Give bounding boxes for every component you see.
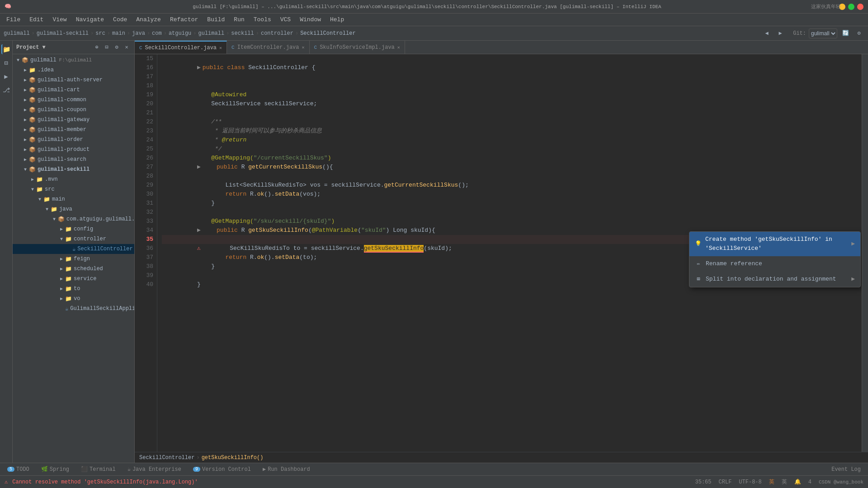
- menu-refactor[interactable]: Refactor: [165, 14, 203, 25]
- cursor-position[interactable]: 35:65: [695, 479, 712, 485]
- nav-gulimall2[interactable]: gulimall: [198, 30, 225, 37]
- menu-navigate[interactable]: Navigate: [71, 14, 108, 25]
- todo-tab[interactable]: 5 TODO: [4, 465, 33, 474]
- menu-file[interactable]: File: [2, 14, 25, 25]
- status-error-text: Cannot resolve method 'getSkuSeckillInfo…: [12, 479, 198, 485]
- git-icon[interactable]: ⎇: [1, 85, 11, 95]
- tree-src[interactable]: ▼📁 src: [13, 184, 134, 194]
- tab-label: SeckillController.java: [145, 45, 217, 51]
- tree-auth-server[interactable]: ▶📦 gulimall-auth-server: [13, 75, 134, 85]
- tree-seckillcontroller-file[interactable]: ☕ SeckillController: [13, 244, 134, 254]
- todo-label: TODO: [16, 466, 29, 473]
- code-content[interactable]: ▶public class SeckillController { @Autow…: [157, 54, 862, 452]
- tree-search[interactable]: ▶📦 gulimall-search: [13, 155, 134, 164]
- ctx-rename-reference[interactable]: ✏ Rename reference: [689, 256, 860, 272]
- nav-main[interactable]: main: [112, 30, 125, 37]
- version-control-tab[interactable]: 9 Version Control: [189, 465, 255, 474]
- panel-locate-button[interactable]: ⊕: [93, 43, 101, 52]
- tree-java[interactable]: ▼📁 java: [13, 204, 134, 214]
- tree-service[interactable]: ▶📁 service: [13, 274, 134, 284]
- tab-skuinfoserviceimpl[interactable]: C SkuInfoServiceImpl.java ✕: [310, 41, 405, 54]
- menu-help[interactable]: Help: [326, 14, 349, 25]
- tree-gateway[interactable]: ▶📦 gulimall-gateway: [13, 115, 134, 125]
- nav-seckill[interactable]: seckill: [231, 30, 254, 37]
- terminal-icon: ⬛: [81, 466, 88, 473]
- menu-window[interactable]: Window: [295, 14, 326, 25]
- tree-main[interactable]: ▼📁 main: [13, 194, 134, 204]
- nav-forward-button[interactable]: ▶: [775, 28, 786, 39]
- line-ending[interactable]: CRLF: [719, 479, 732, 485]
- tab-close-button2[interactable]: ✕: [302, 45, 305, 50]
- tab-itemcontroller[interactable]: C ItemController.java ✕: [227, 41, 309, 54]
- panel-collapse-button[interactable]: ⊟: [103, 43, 111, 52]
- ctx-create-method[interactable]: 💡 Create method 'getSkuSeckillInfo' in '…: [689, 232, 860, 256]
- tree-common[interactable]: ▶📦 gulimall-common: [13, 95, 134, 105]
- panel-settings-button[interactable]: ⚙: [113, 43, 121, 52]
- nav-src[interactable]: src: [95, 30, 105, 37]
- code-line-22: * 返回当前时间可以参与的秒杀商品信息: [162, 117, 857, 127]
- ctx-arrow-icon: ▶: [851, 239, 855, 249]
- maximize-button[interactable]: [848, 4, 854, 10]
- nav-gulimall-seckill[interactable]: gulimall-seckill: [37, 30, 89, 37]
- nav-back-button[interactable]: ◀: [761, 28, 772, 39]
- tree-order[interactable]: ▶📦 gulimall-order: [13, 135, 134, 145]
- nav-atguigu[interactable]: atguigu: [169, 30, 191, 37]
- code-line-31: [162, 199, 857, 208]
- tab-close-button[interactable]: ✕: [219, 45, 222, 51]
- tree-to[interactable]: ▶📁 to: [13, 284, 134, 294]
- encoding[interactable]: UTF-8-8: [739, 479, 761, 485]
- indent-selector[interactable]: 4: [808, 479, 811, 485]
- nav-com[interactable]: com: [152, 30, 162, 37]
- tree-package[interactable]: ▼📦 com.atguigu.gulimall.seckill: [13, 214, 134, 224]
- run-dashboard-tab[interactable]: ▶ Run Dashboard: [259, 464, 314, 474]
- event-log-tab[interactable]: Event Log: [828, 465, 864, 474]
- java-enterprise-tab[interactable]: ☕ Java Enterprise: [124, 464, 185, 474]
- menu-vcs[interactable]: VCS: [276, 14, 295, 25]
- tree-controller[interactable]: ▼📁 controller: [13, 234, 134, 244]
- terminal-tab[interactable]: ⬛ Terminal: [77, 464, 119, 474]
- version-control-num: 9: [193, 467, 200, 472]
- branch-selector[interactable]: gulimall: [809, 28, 837, 38]
- tab-seckillcontroller[interactable]: C SeckillController.java ✕: [135, 41, 227, 54]
- java-enterprise-label: Java Enterprise: [132, 466, 181, 473]
- menu-build[interactable]: Build: [203, 14, 229, 25]
- tree-product[interactable]: ▶📦 gulimall-product: [13, 145, 134, 155]
- nav-gulimall[interactable]: gulimall: [4, 30, 30, 37]
- structure-view-button[interactable]: ⊟: [1, 58, 11, 68]
- nav-java[interactable]: java: [132, 30, 145, 37]
- tree-coupon[interactable]: ▶📦 gulimall-coupon: [13, 105, 134, 115]
- breadcrumb-method: getSkuSeckillInfo(): [202, 455, 264, 461]
- run-dashboard-label: Run Dashboard: [268, 466, 310, 473]
- menu-edit[interactable]: Edit: [25, 14, 48, 25]
- spring-tab[interactable]: 🌿 Spring: [38, 464, 73, 474]
- project-view-button[interactable]: 📁: [1, 44, 11, 54]
- menu-analyze[interactable]: Analyze: [132, 14, 165, 25]
- ctx-split-arrow-icon: ▶: [851, 275, 855, 284]
- refresh-button[interactable]: 🔄: [840, 28, 851, 39]
- tree-vo[interactable]: ▶📁 vo: [13, 294, 134, 304]
- tree-seckill[interactable]: ▼📦 gulimall-seckill: [13, 164, 134, 174]
- tab-close-button3[interactable]: ✕: [397, 45, 400, 50]
- panel-close-button[interactable]: ✕: [123, 43, 131, 52]
- tree-cart[interactable]: ▶📦 gulimall-cart: [13, 85, 134, 95]
- tree-member[interactable]: ▶📦 gulimall-member: [13, 125, 134, 135]
- ctx-create-method-label: Create method 'getSkuSeckillInfo' in 'Se…: [705, 235, 848, 253]
- nav-seckillcontroller[interactable]: SeckillController: [300, 30, 355, 37]
- tree-config[interactable]: ▶📁 config: [13, 224, 134, 234]
- code-line-21: /**: [162, 108, 857, 117]
- tree-feign[interactable]: ▶📁 feign: [13, 254, 134, 264]
- tree-mvn[interactable]: ▶📁 .mvn: [13, 174, 134, 184]
- menu-view[interactable]: View: [48, 14, 71, 25]
- close-button[interactable]: [857, 4, 863, 10]
- menu-run[interactable]: Run: [229, 14, 249, 25]
- tree-idea[interactable]: ▶📁 .idea: [13, 65, 134, 75]
- menu-code[interactable]: Code: [108, 14, 132, 25]
- tree-root[interactable]: ▼ 📦 gulimall F:\gulimall: [13, 55, 134, 65]
- nav-controller[interactable]: controller: [261, 30, 293, 37]
- tree-scheduled[interactable]: ▶📁 scheduled: [13, 264, 134, 274]
- settings-button[interactable]: ⚙: [854, 28, 864, 39]
- menu-tools[interactable]: Tools: [249, 14, 276, 25]
- ctx-split-declaration[interactable]: ⊞ Split into declaration and assignment …: [689, 272, 860, 287]
- tree-gulimall-app[interactable]: ☕ GulimallSeckillApplication: [13, 304, 134, 314]
- run-button[interactable]: ▶: [1, 71, 11, 81]
